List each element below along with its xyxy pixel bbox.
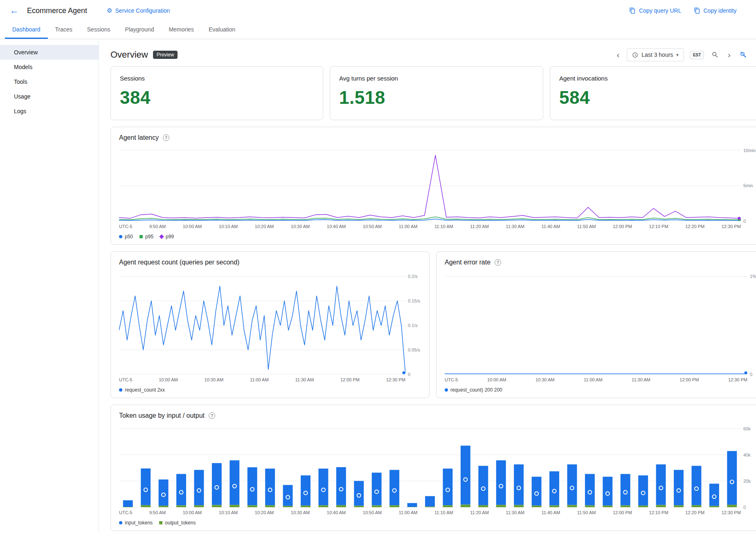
time-range-control[interactable]: Last 3 hours ▾ xyxy=(627,48,684,61)
sidebar-item-models[interactable]: Models xyxy=(0,60,99,74)
x-tick-label: 12:20 PM xyxy=(685,510,704,515)
tab-memories[interactable]: Memories xyxy=(161,21,201,39)
legend-marker-icon xyxy=(445,388,448,392)
x-tick-label: 12:30 PM xyxy=(728,377,747,382)
x-tick-label: 11:30 AM xyxy=(295,377,314,382)
y-axis-labels: 1%0 xyxy=(747,271,756,374)
tokens-plot-area xyxy=(119,425,741,507)
legend-marker-icon xyxy=(119,521,122,524)
pan-left-button[interactable]: ‹ xyxy=(615,49,621,61)
chart-canvas[interactable] xyxy=(445,271,747,374)
topbar-actions: Copy query URL Copy identity xyxy=(629,0,736,21)
legend-item[interactable]: p50 xyxy=(119,234,133,240)
tab-sessions[interactable]: Sessions xyxy=(80,21,118,39)
x-tick-label: 12:00 PM xyxy=(613,224,632,229)
x-tick-label: 11:00 AM xyxy=(399,224,418,229)
chart-legend: p50p95p99 xyxy=(119,234,756,240)
legend-item[interactable]: request_count 2xx xyxy=(119,387,165,393)
x-tick-label: UTC-5 xyxy=(119,510,132,515)
copy-icon xyxy=(694,7,700,14)
chevron-right-icon: › xyxy=(728,50,731,60)
x-tick-label: 10:00 AM xyxy=(183,510,202,515)
agent-latency-card: Agent latency ? 10min5min0 UTC-59:50 AM1… xyxy=(110,127,756,245)
x-tick-label: 10:10 AM xyxy=(219,510,238,515)
tab-bar: Dashboard Traces Sessions Playground Mem… xyxy=(0,21,756,39)
y-tick-label: 0 xyxy=(750,372,752,377)
chart-canvas[interactable] xyxy=(119,271,405,374)
x-tick-label: 12:00 PM xyxy=(613,510,632,515)
service-configuration-link[interactable]: ⚙ Service Configuration xyxy=(107,7,170,14)
legend-item[interactable]: output_tokens xyxy=(159,520,196,526)
clock-icon xyxy=(632,52,638,58)
y-tick-label: 0 xyxy=(408,372,410,377)
help-icon[interactable]: ? xyxy=(495,259,501,266)
y-axis-labels: 60k40k20k0 xyxy=(741,425,756,507)
y-tick-label: 0.05/s xyxy=(408,347,420,352)
timezone-chip[interactable]: EST xyxy=(690,51,704,59)
legend-item[interactable]: p95 xyxy=(140,234,153,240)
copy-identity-label: Copy identity xyxy=(704,7,737,14)
stats-row: Sessions 384 Avg turns per session 1.518… xyxy=(110,66,756,120)
copy-query-url-button[interactable]: Copy query URL xyxy=(629,7,682,14)
stat-value: 584 xyxy=(559,87,756,108)
x-tick-label: 11:30 AM xyxy=(506,510,524,515)
zoom-reset-button[interactable] xyxy=(738,49,749,60)
chart-title: Token usage by input / output xyxy=(119,412,205,419)
x-tick-label: 10:30 AM xyxy=(291,224,310,229)
request-plot-area xyxy=(119,271,405,374)
tab-traces[interactable]: Traces xyxy=(48,21,80,39)
x-tick-label: 12:00 PM xyxy=(680,377,699,382)
y-tick-label: 20k xyxy=(743,479,751,484)
y-tick-label: 0 xyxy=(743,505,746,510)
legend-label: request_count 2xx xyxy=(125,387,165,393)
x-tick-label: 11:40 AM xyxy=(542,510,560,515)
sidebar-item-usage[interactable]: Usage xyxy=(0,89,99,104)
copy-query-url-label: Copy query URL xyxy=(639,7,682,14)
help-icon[interactable]: ? xyxy=(163,134,169,141)
x-tick-label: 10:40 AM xyxy=(327,510,346,515)
sidebar-item-overview[interactable]: Overview xyxy=(0,45,99,60)
y-tick-label: 60k xyxy=(743,426,751,431)
sidebar-item-logs[interactable]: Logs xyxy=(0,104,99,119)
chart-legend: request_count 2xx xyxy=(119,387,423,393)
time-range-label: Last 3 hours xyxy=(641,52,673,58)
x-tick-label: 10:20 AM xyxy=(255,224,274,229)
dropdown-caret-icon: ▾ xyxy=(676,52,679,58)
x-axis-labels: UTC-510:00 AM10:30 AM11:00 AM11:30 AM12:… xyxy=(119,377,405,382)
x-tick-label: 11:20 AM xyxy=(470,510,489,515)
stat-label: Avg turns per session xyxy=(339,75,534,82)
stat-card-avg-turns: Avg turns per session 1.518 xyxy=(330,66,543,120)
back-arrow-button[interactable]: ← xyxy=(10,5,19,16)
chart-canvas[interactable] xyxy=(119,147,741,221)
x-tick-label: 11:40 AM xyxy=(542,224,560,229)
legend-item[interactable]: input_tokens xyxy=(119,520,153,526)
legend-item[interactable]: request_count) 200 200 xyxy=(445,387,502,393)
tab-playground[interactable]: Playground xyxy=(118,21,162,39)
y-tick-label: 0.15/s xyxy=(408,298,420,303)
chevron-left-icon: ‹ xyxy=(617,50,620,60)
zoom-in-button[interactable] xyxy=(710,49,720,60)
copy-identity-button[interactable]: Copy identity xyxy=(694,7,737,14)
copy-icon xyxy=(629,7,636,14)
tab-dashboard[interactable]: Dashboard xyxy=(5,21,48,39)
y-tick-label: 10min xyxy=(743,148,756,153)
app-title: Ecommerce Agent xyxy=(27,7,87,15)
pan-right-button[interactable]: › xyxy=(726,49,732,61)
sidebar-item-tools[interactable]: Tools xyxy=(0,74,99,89)
error-plot-area xyxy=(445,271,747,374)
x-tick-label: 10:00 AM xyxy=(183,224,202,229)
stat-card-agent-invocations: Agent invocations 584 xyxy=(550,66,756,120)
agent-error-rate-card: Agent error rate ? 1%0 UTC-510:00 AM10:3… xyxy=(436,251,756,398)
x-axis-labels: UTC-59:50 AM10:00 AM10:10 AM10:20 AM10:3… xyxy=(119,510,741,515)
x-tick-label: 11:50 AM xyxy=(577,510,596,515)
tab-evaluation[interactable]: Evaluation xyxy=(201,21,243,39)
x-tick-label: 11:20 AM xyxy=(470,224,489,229)
chart-canvas[interactable] xyxy=(119,425,741,507)
legend-item[interactable]: p99 xyxy=(160,234,174,240)
y-tick-label: 0.1/s xyxy=(408,323,418,328)
y-axis-labels: 0.2/s0.15/s0.1/s0.05/s0 xyxy=(405,271,423,374)
stat-value: 1.518 xyxy=(339,87,534,108)
legend-label: output_tokens xyxy=(165,520,196,526)
latency-plot-area xyxy=(119,147,741,221)
help-icon[interactable]: ? xyxy=(209,412,215,419)
